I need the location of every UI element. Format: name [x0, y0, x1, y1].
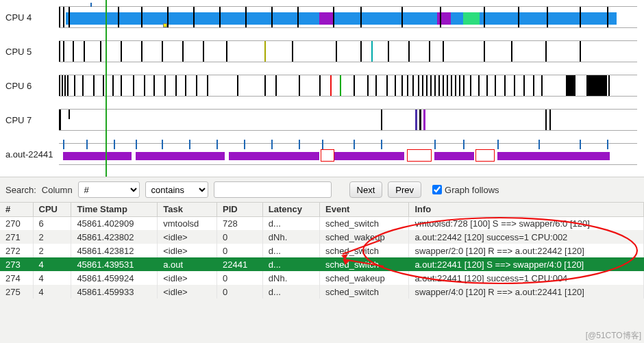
cell: sched_switch — [320, 216, 409, 230]
graph-follows-checkbox[interactable]: Graph follows — [432, 185, 499, 195]
cell: <idle> — [158, 230, 217, 244]
cell: a.out:22442 [120] success=1 CPU:002 — [409, 230, 644, 244]
row-label: CPU 6 — [4, 81, 59, 91]
cell: d... — [262, 244, 319, 257]
table-row[interactable]: 273445861.439531a.out22441d...sched_swit… — [0, 257, 644, 271]
events-table: #CPUTime StampTaskPIDLatencyEventInfo 27… — [0, 203, 644, 298]
cell: sched_wakeup — [320, 230, 409, 244]
cell: 4 — [33, 285, 71, 298]
col-header[interactable]: Task — [158, 203, 217, 216]
cell: 270 — [0, 216, 33, 230]
col-header[interactable]: Event — [320, 203, 409, 216]
cell: d... — [262, 257, 319, 271]
cell: d... — [262, 216, 319, 230]
search-bar: Search: Column # contains Next Prev Grap… — [0, 177, 644, 203]
graph-row-cpu4: CPU 4 — [4, 0, 637, 34]
cell: 0 — [217, 230, 263, 244]
time-cursor[interactable] — [106, 0, 107, 177]
cell: a.out:22441 [120] S ==> swapper/4:0 [120… — [409, 257, 644, 271]
cell: 45861.459933 — [71, 285, 158, 298]
cpu6-track[interactable] — [59, 75, 637, 97]
col-header[interactable]: # — [0, 203, 33, 216]
cell: 0 — [217, 244, 263, 257]
cell: sched_switch — [320, 285, 409, 298]
cursor-marker-icon — [163, 23, 167, 27]
table-row[interactable]: 274445861.459924<idle>0dNh.sched_wakeupa… — [0, 271, 644, 285]
cell: <idle> — [158, 271, 217, 285]
cell: 45861.439531 — [71, 257, 158, 271]
cell: 0 — [217, 271, 263, 285]
cell: sched_wakeup — [320, 271, 409, 285]
col-header[interactable]: Info — [409, 203, 644, 216]
prev-button[interactable]: Prev — [388, 181, 421, 198]
graph-row-aout: a.out-22441 — [4, 137, 637, 171]
watermark: [@51CTO博客] — [586, 330, 641, 342]
graph-row-cpu5: CPU 5 — [4, 34, 637, 68]
cell: vmtoolsd:728 [100] S ==> swapper/6:0 [12… — [409, 216, 644, 230]
row-label: CPU 7 — [4, 115, 59, 125]
cell: a.out — [158, 257, 217, 271]
cell: 272 — [0, 244, 33, 257]
cpu7-track[interactable] — [59, 109, 637, 131]
table-row[interactable]: 272245861.423812<idle>0d...sched_switchs… — [0, 244, 644, 257]
graph-follows-input[interactable] — [432, 185, 442, 194]
search-input[interactable] — [214, 181, 332, 198]
cell: 2 — [33, 230, 71, 244]
cell: 273 — [0, 257, 33, 271]
row-label: a.out-22441 — [4, 149, 59, 160]
cell: 4 — [33, 257, 71, 271]
graph-row-cpu6: CPU 6 — [4, 68, 637, 103]
cell: 22441 — [217, 257, 263, 271]
cell: swapper/4:0 [120] R ==> a.out:22441 [120… — [409, 285, 644, 298]
cell: 45861.423812 — [71, 244, 158, 257]
cell: 45861.459924 — [71, 271, 158, 285]
cell: 0 — [217, 285, 263, 298]
cell: 728 — [217, 216, 263, 230]
cell: sched_switch — [320, 244, 409, 257]
table-body: 270645861.402909vmtoolsd728d...sched_swi… — [0, 216, 644, 298]
cell: 274 — [0, 271, 33, 285]
cell: <idle> — [158, 285, 217, 298]
aout-track[interactable] — [59, 143, 637, 165]
cell: 271 — [0, 230, 33, 244]
cell: 45861.402909 — [71, 216, 158, 230]
col-header[interactable]: Latency — [262, 203, 319, 216]
cell: swapper/2:0 [120] R ==> a.out:22442 [120… — [409, 244, 644, 257]
cell: sched_switch — [320, 257, 409, 271]
col-header[interactable]: PID — [217, 203, 263, 216]
cpu-graph-panel: CPU 4 CPU 5 — [0, 0, 644, 177]
search-label: Search: — [5, 185, 36, 195]
graph-row-cpu7: CPU 7 — [4, 103, 637, 137]
cell: d... — [262, 285, 319, 298]
cell: a.out:22441 [120] success=1 CPU:004 — [409, 271, 644, 285]
cpu5-track[interactable] — [59, 40, 637, 62]
cell: dNh. — [262, 271, 319, 285]
next-button[interactable]: Next — [349, 181, 383, 198]
cell: 2 — [33, 244, 71, 257]
table-row[interactable]: 270645861.402909vmtoolsd728d...sched_swi… — [0, 216, 644, 230]
cell: vmtoolsd — [158, 216, 217, 230]
cell: 4 — [33, 271, 71, 285]
row-label: CPU 4 — [4, 12, 59, 23]
cell: 275 — [0, 285, 33, 298]
cell: 45861.423802 — [71, 230, 158, 244]
column-label: Column — [42, 185, 73, 195]
table-row[interactable]: 275445861.459933<idle>0d...sched_switchs… — [0, 285, 644, 298]
col-header[interactable]: CPU — [33, 203, 71, 216]
operator-select[interactable]: contains — [145, 181, 208, 198]
cpu4-track[interactable] — [59, 6, 637, 28]
table-row[interactable]: 271245861.423802<idle>0dNh.sched_wakeupa… — [0, 230, 644, 244]
cell: 6 — [33, 216, 71, 230]
table-header-row: #CPUTime StampTaskPIDLatencyEventInfo — [0, 203, 644, 216]
cell: <idle> — [158, 244, 217, 257]
row-label: CPU 5 — [4, 47, 59, 57]
col-header[interactable]: Time Stamp — [71, 203, 158, 216]
graph-follows-label: Graph follows — [445, 185, 499, 195]
cell: dNh. — [262, 230, 319, 244]
column-select[interactable]: # — [78, 181, 140, 198]
